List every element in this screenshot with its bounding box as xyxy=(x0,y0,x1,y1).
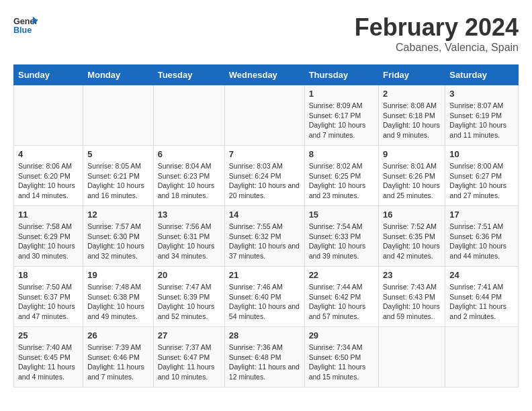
day-info: Sunrise: 8:06 AMSunset: 6:20 PMDaylight:… xyxy=(18,161,79,201)
calendar-cell: 4Sunrise: 8:06 AMSunset: 6:20 PMDaylight… xyxy=(14,146,83,206)
day-info: Sunrise: 7:56 AMSunset: 6:31 PMDaylight:… xyxy=(158,222,220,261)
day-number: 23 xyxy=(383,270,441,280)
day-number: 13 xyxy=(158,210,220,220)
day-info: Sunrise: 8:02 AMSunset: 6:25 PMDaylight:… xyxy=(309,161,374,201)
calendar-cell: 28Sunrise: 7:36 AMSunset: 6:48 PMDayligh… xyxy=(224,327,304,387)
calendar-cell: 26Sunrise: 7:39 AMSunset: 6:46 PMDayligh… xyxy=(83,327,154,387)
calendar-cell: 16Sunrise: 7:52 AMSunset: 6:35 PMDayligh… xyxy=(379,206,445,267)
calendar-cell: 21Sunrise: 7:46 AMSunset: 6:40 PMDayligh… xyxy=(224,267,304,327)
month-title: February 2024 xyxy=(355,13,519,42)
day-number: 18 xyxy=(18,270,79,280)
calendar-cell xyxy=(379,327,445,387)
calendar-cell: 14Sunrise: 7:55 AMSunset: 6:32 PMDayligh… xyxy=(224,206,304,267)
calendar-cell: 3Sunrise: 8:07 AMSunset: 6:19 PMDaylight… xyxy=(445,85,519,146)
weekday-header-monday: Monday xyxy=(83,65,154,85)
day-number: 20 xyxy=(158,270,220,280)
day-info: Sunrise: 8:00 AMSunset: 6:27 PMDaylight:… xyxy=(449,161,514,201)
day-info: Sunrise: 7:44 AMSunset: 6:42 PMDaylight:… xyxy=(309,282,374,322)
day-number: 16 xyxy=(383,210,441,220)
day-info: Sunrise: 7:43 AMSunset: 6:43 PMDaylight:… xyxy=(383,282,441,322)
calendar-cell: 18Sunrise: 7:50 AMSunset: 6:37 PMDayligh… xyxy=(14,267,83,327)
calendar-cell: 11Sunrise: 7:58 AMSunset: 6:29 PMDayligh… xyxy=(14,206,83,267)
calendar-cell: 2Sunrise: 8:08 AMSunset: 6:18 PMDaylight… xyxy=(379,85,445,146)
day-info: Sunrise: 7:40 AMSunset: 6:45 PMDaylight:… xyxy=(18,342,79,382)
day-number: 19 xyxy=(87,270,149,280)
day-number: 14 xyxy=(229,210,300,220)
day-info: Sunrise: 7:46 AMSunset: 6:40 PMDaylight:… xyxy=(229,282,300,322)
calendar-cell: 5Sunrise: 8:05 AMSunset: 6:21 PMDaylight… xyxy=(83,146,154,206)
day-number: 15 xyxy=(309,210,374,220)
logo: General Blue xyxy=(13,13,38,38)
day-number: 5 xyxy=(87,149,149,159)
day-number: 17 xyxy=(449,210,514,220)
day-number: 29 xyxy=(309,330,374,340)
day-info: Sunrise: 7:34 AMSunset: 6:50 PMDaylight:… xyxy=(309,342,374,382)
title-block: February 2024 Cabanes, Valencia, Spain xyxy=(355,13,519,54)
calendar-week-4: 18Sunrise: 7:50 AMSunset: 6:37 PMDayligh… xyxy=(14,267,519,327)
calendar-cell: 27Sunrise: 7:37 AMSunset: 6:47 PMDayligh… xyxy=(153,327,224,387)
page-header: General Blue February 2024 Cabanes, Vale… xyxy=(13,13,519,54)
day-info: Sunrise: 7:57 AMSunset: 6:30 PMDaylight:… xyxy=(87,222,149,261)
day-number: 1 xyxy=(309,89,374,99)
day-number: 6 xyxy=(158,149,220,159)
calendar-cell: 9Sunrise: 8:01 AMSunset: 6:26 PMDaylight… xyxy=(379,146,445,206)
day-info: Sunrise: 7:55 AMSunset: 6:32 PMDaylight:… xyxy=(229,222,300,261)
day-number: 2 xyxy=(383,89,441,99)
calendar-cell: 24Sunrise: 7:41 AMSunset: 6:44 PMDayligh… xyxy=(445,267,519,327)
day-info: Sunrise: 7:41 AMSunset: 6:44 PMDaylight:… xyxy=(449,282,514,322)
day-number: 24 xyxy=(449,270,514,280)
day-info: Sunrise: 7:48 AMSunset: 6:38 PMDaylight:… xyxy=(87,282,149,322)
day-number: 8 xyxy=(309,149,374,159)
day-number: 10 xyxy=(449,149,514,159)
day-number: 25 xyxy=(18,330,79,340)
weekday-header-tuesday: Tuesday xyxy=(153,65,224,85)
day-number: 21 xyxy=(229,270,300,280)
day-info: Sunrise: 8:07 AMSunset: 6:19 PMDaylight:… xyxy=(449,101,514,140)
day-number: 9 xyxy=(383,149,441,159)
calendar-cell: 6Sunrise: 8:04 AMSunset: 6:23 PMDaylight… xyxy=(153,146,224,206)
calendar-cell: 1Sunrise: 8:09 AMSunset: 6:17 PMDaylight… xyxy=(304,85,378,146)
day-number: 11 xyxy=(18,210,79,220)
calendar-cell: 20Sunrise: 7:47 AMSunset: 6:39 PMDayligh… xyxy=(153,267,224,327)
day-info: Sunrise: 8:01 AMSunset: 6:26 PMDaylight:… xyxy=(383,161,441,201)
calendar-cell xyxy=(14,85,83,146)
calendar-cell: 23Sunrise: 7:43 AMSunset: 6:43 PMDayligh… xyxy=(379,267,445,327)
day-number: 28 xyxy=(229,330,300,340)
day-number: 22 xyxy=(309,270,374,280)
day-info: Sunrise: 7:47 AMSunset: 6:39 PMDaylight:… xyxy=(158,282,220,322)
calendar-cell: 10Sunrise: 8:00 AMSunset: 6:27 PMDayligh… xyxy=(445,146,519,206)
calendar-cell xyxy=(445,327,519,387)
day-info: Sunrise: 8:08 AMSunset: 6:18 PMDaylight:… xyxy=(383,101,441,140)
calendar-cell: 15Sunrise: 7:54 AMSunset: 6:33 PMDayligh… xyxy=(304,206,378,267)
day-info: Sunrise: 7:50 AMSunset: 6:37 PMDaylight:… xyxy=(18,282,79,322)
calendar-cell: 12Sunrise: 7:57 AMSunset: 6:30 PMDayligh… xyxy=(83,206,154,267)
calendar-week-5: 25Sunrise: 7:40 AMSunset: 6:45 PMDayligh… xyxy=(14,327,519,387)
day-info: Sunrise: 8:03 AMSunset: 6:24 PMDaylight:… xyxy=(229,161,300,201)
day-info: Sunrise: 7:39 AMSunset: 6:46 PMDaylight:… xyxy=(87,342,149,382)
day-number: 4 xyxy=(18,149,79,159)
day-info: Sunrise: 7:52 AMSunset: 6:35 PMDaylight:… xyxy=(383,222,441,261)
calendar-cell: 29Sunrise: 7:34 AMSunset: 6:50 PMDayligh… xyxy=(304,327,378,387)
calendar-cell: 22Sunrise: 7:44 AMSunset: 6:42 PMDayligh… xyxy=(304,267,378,327)
day-info: Sunrise: 7:36 AMSunset: 6:48 PMDaylight:… xyxy=(229,342,300,382)
calendar-cell: 17Sunrise: 7:51 AMSunset: 6:36 PMDayligh… xyxy=(445,206,519,267)
day-info: Sunrise: 7:58 AMSunset: 6:29 PMDaylight:… xyxy=(18,222,79,261)
weekday-header-wednesday: Wednesday xyxy=(224,65,304,85)
day-info: Sunrise: 8:09 AMSunset: 6:17 PMDaylight:… xyxy=(309,101,374,140)
day-info: Sunrise: 7:37 AMSunset: 6:47 PMDaylight:… xyxy=(158,342,220,382)
calendar-cell xyxy=(153,85,224,146)
weekday-header-friday: Friday xyxy=(379,65,445,85)
day-number: 26 xyxy=(87,330,149,340)
svg-text:Blue: Blue xyxy=(13,26,32,35)
logo-icon: General Blue xyxy=(13,13,38,38)
weekday-header-sunday: Sunday xyxy=(14,65,83,85)
day-info: Sunrise: 7:54 AMSunset: 6:33 PMDaylight:… xyxy=(309,222,374,261)
day-number: 7 xyxy=(229,149,300,159)
day-info: Sunrise: 8:05 AMSunset: 6:21 PMDaylight:… xyxy=(87,161,149,201)
day-info: Sunrise: 8:04 AMSunset: 6:23 PMDaylight:… xyxy=(158,161,220,201)
calendar-week-1: 1Sunrise: 8:09 AMSunset: 6:17 PMDaylight… xyxy=(14,85,519,146)
day-number: 3 xyxy=(449,89,514,99)
calendar-cell: 19Sunrise: 7:48 AMSunset: 6:38 PMDayligh… xyxy=(83,267,154,327)
calendar-week-3: 11Sunrise: 7:58 AMSunset: 6:29 PMDayligh… xyxy=(14,206,519,267)
calendar-week-2: 4Sunrise: 8:06 AMSunset: 6:20 PMDaylight… xyxy=(14,146,519,206)
